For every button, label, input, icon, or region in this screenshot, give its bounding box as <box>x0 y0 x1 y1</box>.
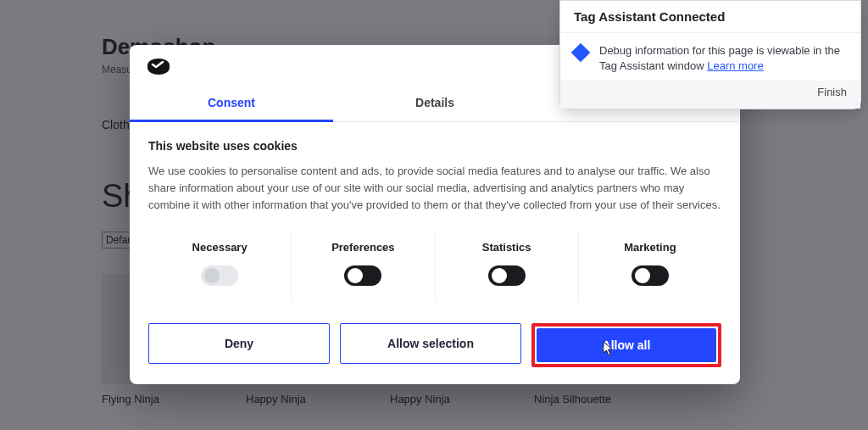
learn-more-link[interactable]: Learn more <box>707 59 763 72</box>
deny-button[interactable]: Deny <box>148 323 330 364</box>
category-label: Marketing <box>579 241 721 254</box>
category-label: Necessary <box>148 241 291 254</box>
consent-categories: Necessary Preferences Statistics Marketi… <box>148 232 721 301</box>
tag-manager-icon <box>571 43 591 63</box>
finish-button[interactable]: Finish <box>560 81 860 109</box>
toggle-preferences[interactable] <box>344 265 381 286</box>
allow-selection-button[interactable]: Allow selection <box>340 323 521 364</box>
toggle-marketing[interactable] <box>632 265 669 286</box>
toggle-necessary <box>201 265 238 286</box>
consent-buttons: Deny Allow selection Allow all <box>130 323 740 384</box>
toggle-statistics[interactable] <box>488 265 526 286</box>
tag-assistant-title: Tag Assistant Connected <box>560 1 860 32</box>
category-statistics: Statistics <box>436 232 579 301</box>
category-label: Statistics <box>436 241 578 254</box>
category-necessary: Necessary <box>148 232 292 301</box>
tag-assistant-body: Debug information for this page is viewa… <box>560 33 860 81</box>
allow-all-highlight: Allow all <box>531 323 721 367</box>
cookiebot-icon <box>145 57 172 75</box>
tab-consent[interactable]: Consent <box>130 86 333 121</box>
category-label: Preferences <box>292 241 434 254</box>
tag-assistant-panel: Tag Assistant Connected Debug informatio… <box>559 0 861 109</box>
category-marketing: Marketing <box>579 232 721 301</box>
consent-body: We use cookies to personalise content an… <box>148 163 721 214</box>
allow-all-button[interactable]: Allow all <box>537 328 716 362</box>
category-preferences: Preferences <box>292 232 435 301</box>
consent-heading: This website uses cookies <box>148 139 721 153</box>
tab-details[interactable]: Details <box>333 86 537 121</box>
consent-content: This website uses cookies We use cookies… <box>130 122 740 323</box>
